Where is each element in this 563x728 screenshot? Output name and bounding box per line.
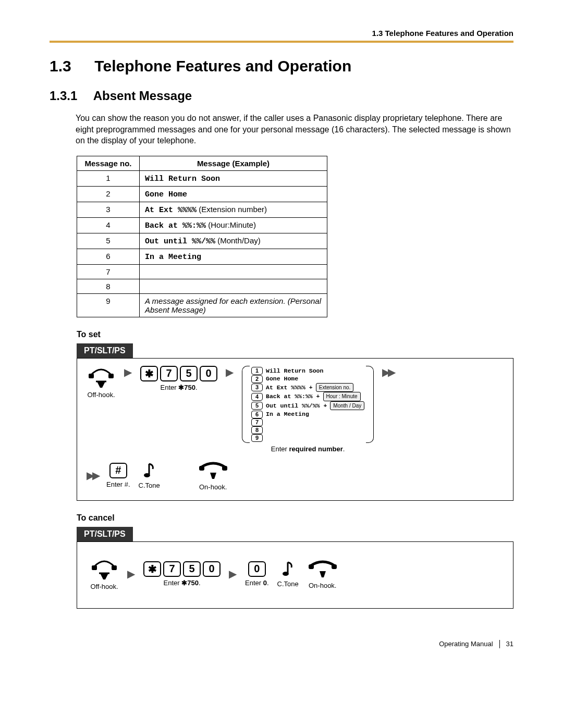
code-750-keys: ✱ 7 5 0 xyxy=(140,366,217,381)
table-cell-no: 6 xyxy=(77,249,140,264)
svg-rect-1 xyxy=(108,374,114,378)
to-set-label: To set xyxy=(77,330,513,339)
enter-0-caption: Enter 0. xyxy=(245,579,269,587)
to-set-diagram: PT/SLT/PS Off-hook. ▶ ✱ xyxy=(77,343,513,501)
option-text: In a Meeting xyxy=(266,410,309,418)
enter-750-caption: Enter ✱750. xyxy=(160,384,197,391)
footer-divider xyxy=(499,640,500,648)
flow-arrow-icon: ▶ xyxy=(127,567,135,580)
table-cell-no: 1 xyxy=(77,170,140,186)
page-footer: Operating Manual 31 xyxy=(50,640,513,648)
svg-rect-3 xyxy=(199,466,204,471)
table-cell-no: 2 xyxy=(77,186,140,202)
subsection-title: Absent Message xyxy=(93,89,192,103)
table-row: 3At Ext %%%% (Extension number) xyxy=(77,202,327,217)
device-tag: PT/SLT/PS xyxy=(77,527,133,541)
code-750-keys: ✱ 7 5 0 xyxy=(143,561,221,577)
option-text: Will Return Soon xyxy=(266,367,323,375)
key-7: 7 xyxy=(160,366,178,381)
section-title: Telephone Features and Operation xyxy=(94,57,351,75)
option-number: 9 xyxy=(251,434,263,442)
header-rule xyxy=(50,41,513,43)
table-row: 5Out until %%/%% (Month/Day) xyxy=(77,233,327,249)
footer-page: 31 xyxy=(506,640,513,648)
table-head-msg: Message (Example) xyxy=(140,156,327,170)
option-number: 6 xyxy=(251,411,263,418)
section-heading: 1.3 Telephone Features and Operation xyxy=(50,57,513,75)
option-line: 7 xyxy=(251,418,364,426)
option-number: 5 xyxy=(251,402,263,410)
option-number: 7 xyxy=(251,418,263,426)
table-cell-no: 9 xyxy=(77,293,140,317)
option-number: 4 xyxy=(251,393,263,401)
option-line: 3At Ext %%%% +Extension no. xyxy=(251,383,364,392)
enter-750-caption: Enter ✱750. xyxy=(163,579,200,587)
key-star: ✱ xyxy=(143,561,161,577)
key-0: 0 xyxy=(248,561,266,577)
svg-point-2 xyxy=(144,473,150,477)
subsection-number: 1.3.1 xyxy=(50,89,90,103)
key-5: 5 xyxy=(183,561,201,577)
flow-arrow-icon: ▶ xyxy=(124,366,132,378)
option-number: 3 xyxy=(251,384,263,391)
option-pill: Month / Day xyxy=(330,401,364,411)
table-row: 4Back at %%:%% (Hour:Minute) xyxy=(77,217,327,233)
svg-rect-5 xyxy=(92,565,97,570)
option-pill: Hour : Minute xyxy=(323,392,361,401)
table-cell-msg: Back at %%:%% (Hour:Minute) xyxy=(140,217,327,233)
section-number: 1.3 xyxy=(50,57,90,75)
table-row: 2Gone Home xyxy=(77,186,327,202)
option-line: 4Back at %%:%% +Hour : Minute xyxy=(251,392,364,401)
option-text: Back at %%:%% + xyxy=(266,392,320,401)
table-row: 8 xyxy=(77,279,327,293)
footer-manual: Operating Manual xyxy=(439,640,493,648)
table-cell-msg: At Ext %%%% (Extension number) xyxy=(140,202,327,217)
flow-arrow-icon: ▶ xyxy=(229,567,237,580)
key-5: 5 xyxy=(180,366,198,381)
key-7: 7 xyxy=(163,561,181,577)
flow-continue-icon: ▶▶ xyxy=(382,366,394,378)
ctone-icon xyxy=(141,462,157,479)
to-cancel-diagram: PT/SLT/PS Off-hook. ▶ ✱ xyxy=(77,527,513,609)
option-line: 2Gone Home xyxy=(251,375,364,383)
option-line: 5Out until %%/%% +Month / Day xyxy=(251,401,364,411)
table-head-no: Message no. xyxy=(77,156,140,170)
subsection-heading: 1.3.1 Absent Message xyxy=(50,89,513,103)
offhook-icon xyxy=(87,366,116,389)
table-cell-msg: A message assigned for each extension. (… xyxy=(140,293,327,317)
option-text: Out until %%/%% + xyxy=(266,402,327,410)
onhook-icon xyxy=(307,559,338,579)
option-number: 2 xyxy=(251,375,263,383)
option-text: Gone Home xyxy=(266,375,298,383)
svg-rect-0 xyxy=(89,374,94,378)
ctone-caption: C.Tone xyxy=(139,482,160,489)
running-header: 1.3 Telephone Features and Operation xyxy=(50,29,513,38)
onhook-caption: On-hook. xyxy=(199,483,227,491)
table-cell-msg xyxy=(140,264,327,279)
table-row: 9A message assigned for each extension. … xyxy=(77,293,327,317)
key-0: 0 xyxy=(200,366,217,381)
svg-point-7 xyxy=(283,572,289,576)
key-0: 0 xyxy=(203,561,221,577)
table-cell-no: 7 xyxy=(77,264,140,279)
enter-hash-caption: Enter #. xyxy=(106,480,130,488)
table-cell-msg: Out until %%/%% (Month/Day) xyxy=(140,233,327,249)
key-star: ✱ xyxy=(140,366,158,381)
option-pill: Extension no. xyxy=(316,383,354,392)
option-number: 1 xyxy=(251,367,263,375)
option-line: 1Will Return Soon xyxy=(251,367,364,375)
table-cell-msg: Gone Home xyxy=(140,186,327,202)
table-cell-msg xyxy=(140,279,327,293)
onhook-icon xyxy=(198,460,229,481)
table-cell-no: 3 xyxy=(77,202,140,217)
option-text: At Ext %%%% + xyxy=(266,384,313,392)
offhook-icon xyxy=(90,558,119,581)
option-line: 9 xyxy=(251,434,364,442)
svg-rect-4 xyxy=(222,466,227,471)
onhook-caption: On-hook. xyxy=(309,582,336,589)
table-cell-no: 5 xyxy=(77,233,140,249)
flow-continue-icon: ▶▶ xyxy=(87,469,98,482)
ctone-icon xyxy=(280,560,296,578)
offhook-caption: Off-hook. xyxy=(90,583,118,590)
to-cancel-label: To cancel xyxy=(77,513,513,523)
